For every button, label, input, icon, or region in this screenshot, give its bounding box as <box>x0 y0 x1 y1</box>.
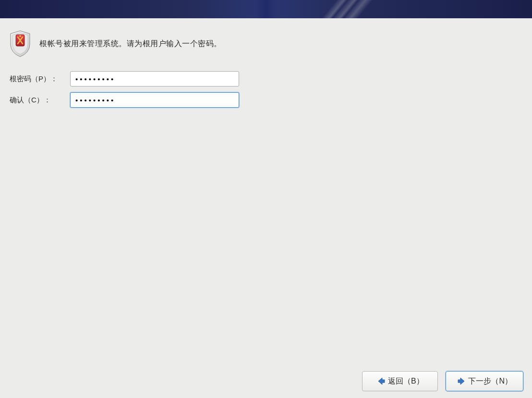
instruction-text: 根帐号被用来管理系统。请为根用户输入一个密码。 <box>39 39 222 49</box>
shield-icon <box>9 30 32 58</box>
next-button[interactable]: 下一步（N） <box>446 371 523 391</box>
next-button-label: 下一步（N） <box>468 376 512 386</box>
footer-nav: 返回（B） 下一步（N） <box>362 371 523 391</box>
header-banner <box>0 0 532 18</box>
back-button-label: 返回（B） <box>388 376 424 386</box>
root-password-input[interactable] <box>70 71 239 87</box>
confirm-password-input[interactable] <box>70 92 239 108</box>
confirm-row: 确认（C）： <box>9 92 523 108</box>
arrow-right-icon <box>457 376 466 386</box>
password-row: 根密码（P）： <box>9 71 523 87</box>
arrow-left-icon <box>376 376 386 386</box>
back-button[interactable]: 返回（B） <box>362 371 438 391</box>
password-form: 根密码（P）： 确认（C）： <box>9 71 523 108</box>
instruction-row: 根帐号被用来管理系统。请为根用户输入一个密码。 <box>9 30 523 58</box>
svg-point-1 <box>19 35 21 37</box>
confirm-label: 确认（C）： <box>9 96 70 105</box>
content-area: 根帐号被用来管理系统。请为根用户输入一个密码。 根密码（P）： 确认（C）： <box>0 18 532 125</box>
password-label: 根密码（P）： <box>9 75 70 84</box>
